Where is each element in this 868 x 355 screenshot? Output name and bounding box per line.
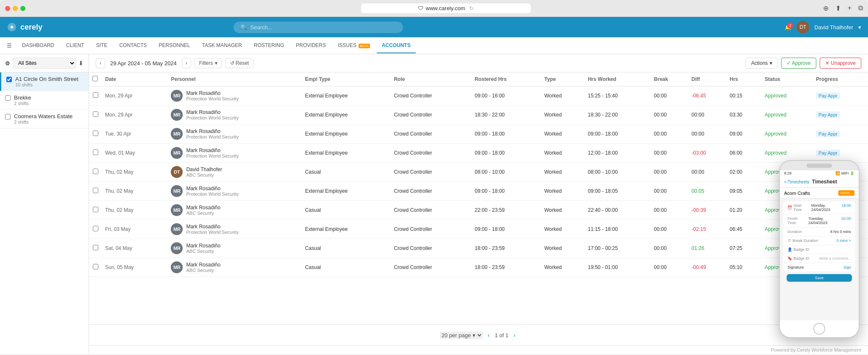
row-checkbox[interactable] [93, 207, 98, 212]
status-header: Status [761, 72, 812, 86]
share-icon[interactable]: ⬆ [835, 4, 841, 12]
table-row[interactable]: Wed, 01 May MR Mark Rosadiño Protection … [89, 144, 868, 163]
row-checkbox[interactable] [93, 150, 98, 155]
table-row[interactable]: Thu, 02 May MR Mark Rosadiño Protection … [89, 182, 868, 201]
notification-bell[interactable]: 🔔 2 [785, 24, 791, 31]
phone-sign-button[interactable]: Sign [843, 265, 851, 269]
site-filter-select[interactable]: All Sites [13, 58, 76, 69]
new-tab-icon[interactable]: + [848, 4, 851, 12]
row-checkbox[interactable] [93, 111, 98, 117]
sidebar-checkbox-coomera[interactable] [5, 114, 11, 119]
nav-dashboard[interactable]: DASHBOARD [17, 38, 59, 53]
row-checkbox[interactable] [93, 188, 98, 193]
row-checkbox-cell [89, 125, 102, 144]
unapprove-button[interactable]: ✕ Unapprove [820, 58, 861, 69]
table-row[interactable]: Fri, 03 May MR Mark Rosadiño Protection … [89, 220, 868, 239]
user-avatar[interactable]: DT [796, 21, 809, 33]
refresh-icon[interactable]: ↻ [469, 5, 474, 11]
next-date-button[interactable]: › [182, 58, 191, 68]
row-checkbox[interactable] [93, 264, 98, 269]
row-empl-type: External Employee [302, 86, 391, 105]
nav-rostering[interactable]: ROSTERING [249, 38, 289, 53]
table-row[interactable]: Thu, 02 May DT David Thalhofer ABC Secur… [89, 163, 868, 182]
nav-task-manager[interactable]: TASK MANAGER [197, 38, 247, 53]
row-checkbox[interactable] [93, 130, 98, 136]
reset-button[interactable]: ↺ Reset [225, 58, 254, 68]
close-button[interactable] [5, 6, 10, 11]
hamburger-icon[interactable]: ☰ [7, 42, 12, 49]
phone-save-button[interactable]: Save [787, 274, 852, 282]
nav-personnel[interactable]: PERSONNEL [153, 38, 195, 53]
phone-content: < Timesheets Timesheet Acorn Crafts Invo… [780, 176, 859, 320]
phone-badge-id-comment-field: 🔖 Badge ID Write a comment... [783, 254, 855, 263]
phone-start-time-label: ⏰ Start Time Monday, 24/04/2023 [787, 203, 841, 212]
pay-badge: Pay Appr [816, 111, 840, 118]
approve-button[interactable]: ✓ Approve [781, 58, 816, 69]
row-date: Sun, 05 May [102, 258, 167, 277]
sidebar-item-brekke[interactable]: Brekke 2 shifts [0, 91, 89, 110]
row-checkbox-cell [89, 258, 102, 277]
sidebar-checkbox-a1[interactable] [6, 77, 12, 82]
nav-accounts[interactable]: ACCOUNTS [377, 38, 416, 53]
row-progress: Pay Appr [812, 125, 868, 144]
row-type: Worked [541, 163, 584, 182]
per-page-select[interactable]: 20 per page ▾ [440, 332, 483, 339]
phone-start-time-section: ⏰ Start Time Monday, 24/04/2023 18:00 Fi… [783, 201, 855, 272]
select-all-checkbox[interactable] [92, 76, 98, 81]
personnel-name: Mark Rosadiño [186, 186, 239, 191]
nav-client[interactable]: CLIENT [61, 38, 89, 53]
phone-home-button[interactable] [813, 323, 825, 335]
row-rostered: 22:00 - 23:59 [471, 201, 541, 220]
phone-badge-comment[interactable]: Write a comment... [819, 256, 851, 261]
minimize-button[interactable] [13, 6, 18, 11]
maximize-button[interactable] [20, 6, 25, 11]
phone-finish-time-value[interactable]: 02:00 [841, 216, 851, 221]
sidebar-checkbox-brekke[interactable] [5, 95, 11, 101]
table-row[interactable]: Sat, 04 May MR Mark Rosadiño ABC Securit… [89, 239, 868, 258]
next-page-button[interactable]: › [512, 330, 517, 340]
table-header-row: Date Personnel Empl Type Role Rostered H… [89, 72, 868, 86]
table-row[interactable]: Mon, 29 Apr MR Mark Rosadiño Protection … [89, 86, 868, 105]
nav-issues[interactable]: ISSUES BETA [333, 38, 375, 53]
row-personnel: MR Mark Rosadiño Protection World Securi… [167, 86, 301, 105]
table-row[interactable]: Sun, 05 May MR Mark Rosadiño ABC Securit… [89, 258, 868, 277]
phone-title: Timesheet [812, 179, 837, 185]
nav-providers[interactable]: PROVIDERS [291, 38, 331, 53]
row-break: 00:00 [651, 125, 688, 144]
address-bar[interactable]: 🛡 www.carely.com ↻ [361, 3, 531, 13]
row-type: Worked [541, 125, 584, 144]
filters-button[interactable]: Filters ▾ [195, 58, 222, 68]
table-row[interactable]: Thu, 02 May MR Mark Rosadiño ABC Securit… [89, 201, 868, 220]
table-row[interactable]: Tue, 30 Apr MR Mark Rosadiño Protection … [89, 125, 868, 144]
tabs-icon[interactable]: ⧉ [858, 4, 863, 12]
logo-text: cerely [20, 23, 42, 32]
prev-page-button[interactable]: ‹ [486, 330, 492, 340]
nav-issues-label: ISSUES [338, 42, 356, 48]
logo[interactable]: cerely [7, 22, 42, 32]
search-bar[interactable]: 🔍 Search... [234, 22, 403, 33]
phone-back-link[interactable]: < Timesheets [784, 180, 810, 184]
sidebar-item-a1-circle[interactable]: A1 Circle On Smith Street 10 shifts [0, 72, 89, 91]
sidebar-item-coomera[interactable]: Coomera Waters Estate 2 shifts [0, 110, 89, 128]
row-hrs: 03:30 [726, 105, 762, 125]
phone-break-value[interactable]: 0 mins > [837, 239, 851, 243]
row-role: Crowd Controller [390, 258, 471, 277]
row-diff: 00:00 [688, 105, 726, 125]
row-empl-type: External Employee [302, 125, 391, 144]
nav-site[interactable]: SITE [91, 38, 113, 53]
nav-contacts[interactable]: CONTACTS [114, 38, 152, 53]
actions-button[interactable]: Actions ▾ [746, 58, 777, 69]
select-all-header[interactable] [89, 72, 102, 86]
personnel-header: Personnel [167, 72, 301, 86]
phone-start-time-value[interactable]: 18:00 [841, 203, 851, 208]
row-checkbox[interactable] [93, 92, 98, 98]
prev-date-button[interactable]: ‹ [96, 58, 105, 68]
download-button[interactable]: ⬇ [78, 60, 83, 67]
table-row[interactable]: Mon, 29 Apr MR Mark Rosadiño Protection … [89, 105, 868, 125]
row-checkbox[interactable] [93, 226, 98, 231]
user-dropdown-icon[interactable]: ▾ [858, 24, 861, 31]
download-icon[interactable]: ⊕ [823, 4, 829, 12]
row-break: 00:00 [651, 258, 688, 277]
row-checkbox[interactable] [93, 169, 98, 174]
row-checkbox[interactable] [93, 245, 98, 250]
